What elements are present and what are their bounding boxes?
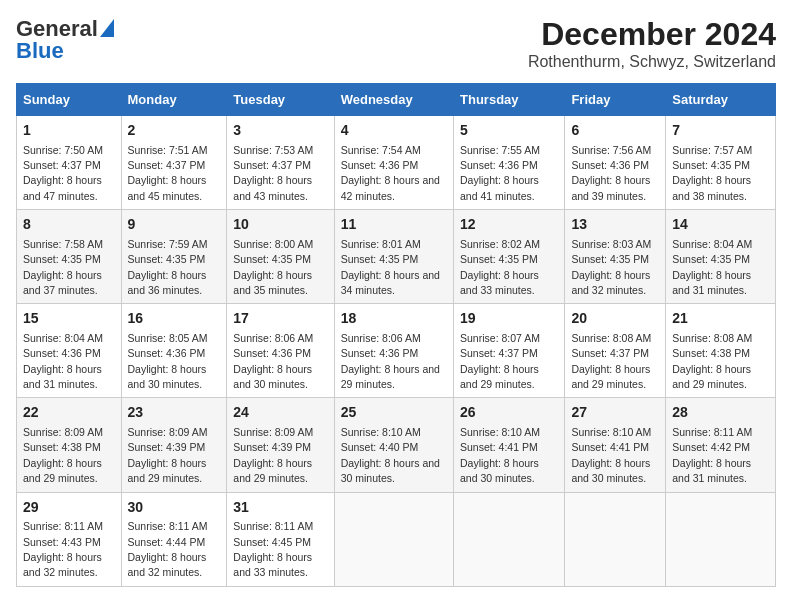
- day-number: 21: [672, 309, 769, 329]
- col-header-saturday: Saturday: [666, 84, 776, 116]
- calendar-cell: 30Sunrise: 8:11 AMSunset: 4:44 PMDayligh…: [121, 492, 227, 586]
- day-number: 30: [128, 498, 221, 518]
- day-number: 8: [23, 215, 115, 235]
- page-subtitle: Rothenthurm, Schwyz, Switzerland: [528, 53, 776, 71]
- day-number: 28: [672, 403, 769, 423]
- page-title: December 2024: [528, 16, 776, 53]
- day-number: 9: [128, 215, 221, 235]
- calendar-cell: 9Sunrise: 7:59 AMSunset: 4:35 PMDaylight…: [121, 210, 227, 304]
- day-info: Sunrise: 8:05 AMSunset: 4:36 PMDaylight:…: [128, 332, 208, 390]
- col-header-friday: Friday: [565, 84, 666, 116]
- calendar-cell: [565, 492, 666, 586]
- calendar-cell: 8Sunrise: 7:58 AMSunset: 4:35 PMDaylight…: [17, 210, 122, 304]
- col-header-thursday: Thursday: [454, 84, 565, 116]
- logo-blue: Blue: [16, 38, 64, 64]
- day-number: 3: [233, 121, 327, 141]
- day-info: Sunrise: 8:11 AMSunset: 4:42 PMDaylight:…: [672, 426, 752, 484]
- day-number: 16: [128, 309, 221, 329]
- day-number: 27: [571, 403, 659, 423]
- day-number: 19: [460, 309, 558, 329]
- day-info: Sunrise: 8:00 AMSunset: 4:35 PMDaylight:…: [233, 238, 313, 296]
- day-number: 17: [233, 309, 327, 329]
- calendar-cell: 26Sunrise: 8:10 AMSunset: 4:41 PMDayligh…: [454, 398, 565, 492]
- calendar-cell: 22Sunrise: 8:09 AMSunset: 4:38 PMDayligh…: [17, 398, 122, 492]
- day-info: Sunrise: 8:02 AMSunset: 4:35 PMDaylight:…: [460, 238, 540, 296]
- week-row: 29Sunrise: 8:11 AMSunset: 4:43 PMDayligh…: [17, 492, 776, 586]
- day-info: Sunrise: 7:56 AMSunset: 4:36 PMDaylight:…: [571, 144, 651, 202]
- calendar-cell: [666, 492, 776, 586]
- day-number: 14: [672, 215, 769, 235]
- day-info: Sunrise: 8:10 AMSunset: 4:40 PMDaylight:…: [341, 426, 440, 484]
- day-info: Sunrise: 8:04 AMSunset: 4:35 PMDaylight:…: [672, 238, 752, 296]
- day-info: Sunrise: 8:09 AMSunset: 4:38 PMDaylight:…: [23, 426, 103, 484]
- day-number: 1: [23, 121, 115, 141]
- col-header-wednesday: Wednesday: [334, 84, 453, 116]
- day-info: Sunrise: 8:11 AMSunset: 4:44 PMDaylight:…: [128, 520, 208, 578]
- day-number: 26: [460, 403, 558, 423]
- day-number: 7: [672, 121, 769, 141]
- day-number: 24: [233, 403, 327, 423]
- calendar-cell: 1Sunrise: 7:50 AMSunset: 4:37 PMDaylight…: [17, 116, 122, 210]
- day-info: Sunrise: 8:06 AMSunset: 4:36 PMDaylight:…: [233, 332, 313, 390]
- calendar-cell: 5Sunrise: 7:55 AMSunset: 4:36 PMDaylight…: [454, 116, 565, 210]
- svg-marker-0: [100, 19, 114, 37]
- calendar-cell: 3Sunrise: 7:53 AMSunset: 4:37 PMDaylight…: [227, 116, 334, 210]
- calendar-cell: 20Sunrise: 8:08 AMSunset: 4:37 PMDayligh…: [565, 304, 666, 398]
- day-info: Sunrise: 8:03 AMSunset: 4:35 PMDaylight:…: [571, 238, 651, 296]
- day-info: Sunrise: 8:08 AMSunset: 4:38 PMDaylight:…: [672, 332, 752, 390]
- day-info: Sunrise: 7:53 AMSunset: 4:37 PMDaylight:…: [233, 144, 313, 202]
- day-info: Sunrise: 7:57 AMSunset: 4:35 PMDaylight:…: [672, 144, 752, 202]
- day-number: 31: [233, 498, 327, 518]
- calendar-cell: [334, 492, 453, 586]
- calendar-table: SundayMondayTuesdayWednesdayThursdayFrid…: [16, 83, 776, 587]
- day-info: Sunrise: 8:11 AMSunset: 4:43 PMDaylight:…: [23, 520, 103, 578]
- title-area: December 2024 Rothenthurm, Schwyz, Switz…: [528, 16, 776, 71]
- calendar-cell: 4Sunrise: 7:54 AMSunset: 4:36 PMDaylight…: [334, 116, 453, 210]
- day-info: Sunrise: 7:50 AMSunset: 4:37 PMDaylight:…: [23, 144, 103, 202]
- day-info: Sunrise: 8:07 AMSunset: 4:37 PMDaylight:…: [460, 332, 540, 390]
- calendar-cell: 27Sunrise: 8:10 AMSunset: 4:41 PMDayligh…: [565, 398, 666, 492]
- day-info: Sunrise: 8:06 AMSunset: 4:36 PMDaylight:…: [341, 332, 440, 390]
- calendar-cell: 13Sunrise: 8:03 AMSunset: 4:35 PMDayligh…: [565, 210, 666, 304]
- calendar-cell: 24Sunrise: 8:09 AMSunset: 4:39 PMDayligh…: [227, 398, 334, 492]
- calendar-cell: 28Sunrise: 8:11 AMSunset: 4:42 PMDayligh…: [666, 398, 776, 492]
- day-number: 25: [341, 403, 447, 423]
- day-number: 23: [128, 403, 221, 423]
- day-info: Sunrise: 7:51 AMSunset: 4:37 PMDaylight:…: [128, 144, 208, 202]
- calendar-cell: 6Sunrise: 7:56 AMSunset: 4:36 PMDaylight…: [565, 116, 666, 210]
- day-info: Sunrise: 8:10 AMSunset: 4:41 PMDaylight:…: [460, 426, 540, 484]
- day-number: 5: [460, 121, 558, 141]
- calendar-cell: 12Sunrise: 8:02 AMSunset: 4:35 PMDayligh…: [454, 210, 565, 304]
- day-info: Sunrise: 7:58 AMSunset: 4:35 PMDaylight:…: [23, 238, 103, 296]
- calendar-cell: 18Sunrise: 8:06 AMSunset: 4:36 PMDayligh…: [334, 304, 453, 398]
- header-row: SundayMondayTuesdayWednesdayThursdayFrid…: [17, 84, 776, 116]
- col-header-monday: Monday: [121, 84, 227, 116]
- col-header-sunday: Sunday: [17, 84, 122, 116]
- day-number: 4: [341, 121, 447, 141]
- day-number: 12: [460, 215, 558, 235]
- calendar-cell: 2Sunrise: 7:51 AMSunset: 4:37 PMDaylight…: [121, 116, 227, 210]
- day-number: 18: [341, 309, 447, 329]
- calendar-cell: 10Sunrise: 8:00 AMSunset: 4:35 PMDayligh…: [227, 210, 334, 304]
- logo: General Blue: [16, 16, 114, 64]
- header: General Blue December 2024 Rothenthurm, …: [16, 16, 776, 71]
- day-number: 6: [571, 121, 659, 141]
- calendar-cell: 17Sunrise: 8:06 AMSunset: 4:36 PMDayligh…: [227, 304, 334, 398]
- day-info: Sunrise: 8:09 AMSunset: 4:39 PMDaylight:…: [128, 426, 208, 484]
- calendar-cell: [454, 492, 565, 586]
- day-number: 29: [23, 498, 115, 518]
- week-row: 1Sunrise: 7:50 AMSunset: 4:37 PMDaylight…: [17, 116, 776, 210]
- day-number: 2: [128, 121, 221, 141]
- logo-triangle-icon: [100, 19, 114, 37]
- calendar-cell: 14Sunrise: 8:04 AMSunset: 4:35 PMDayligh…: [666, 210, 776, 304]
- col-header-tuesday: Tuesday: [227, 84, 334, 116]
- day-number: 11: [341, 215, 447, 235]
- calendar-cell: 19Sunrise: 8:07 AMSunset: 4:37 PMDayligh…: [454, 304, 565, 398]
- calendar-cell: 29Sunrise: 8:11 AMSunset: 4:43 PMDayligh…: [17, 492, 122, 586]
- day-info: Sunrise: 8:04 AMSunset: 4:36 PMDaylight:…: [23, 332, 103, 390]
- day-info: Sunrise: 8:08 AMSunset: 4:37 PMDaylight:…: [571, 332, 651, 390]
- day-info: Sunrise: 7:55 AMSunset: 4:36 PMDaylight:…: [460, 144, 540, 202]
- calendar-cell: 16Sunrise: 8:05 AMSunset: 4:36 PMDayligh…: [121, 304, 227, 398]
- day-info: Sunrise: 8:11 AMSunset: 4:45 PMDaylight:…: [233, 520, 313, 578]
- day-info: Sunrise: 8:10 AMSunset: 4:41 PMDaylight:…: [571, 426, 651, 484]
